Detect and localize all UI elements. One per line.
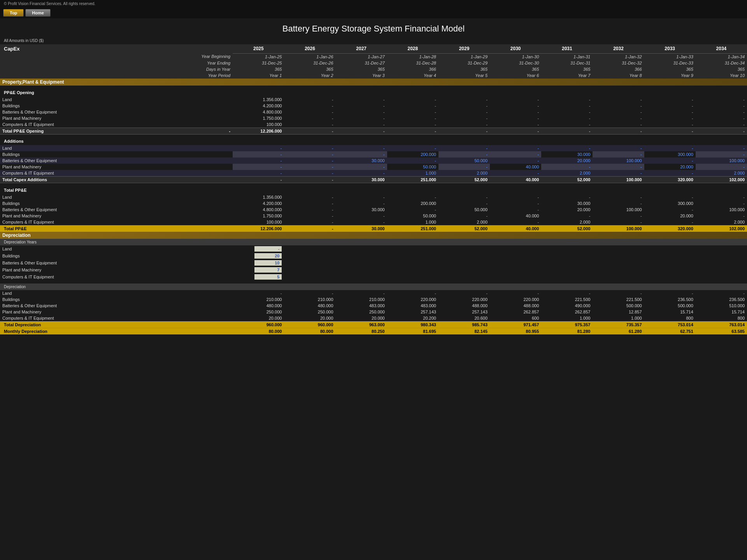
page-title: Battery Energy Storage System Financial …	[0, 18, 747, 38]
table-row: Land 1.356.000 - - - - - - - - -	[0, 96, 747, 103]
table-row: Batteries & Other Equipment - - 30.000 -…	[0, 158, 747, 164]
table-row: Batteries & Other Equipment 4.800.000 - …	[0, 206, 747, 213]
nav-bar: Top Home	[0, 7, 747, 18]
table-row: Computers & IT Equipment 100.000 - - 1.0…	[0, 219, 747, 226]
top-button[interactable]: Top	[3, 9, 24, 17]
depreciation-years-header-row: Depreciation Years	[0, 239, 747, 245]
table-row: Plant and Machinery 1.750.000 - - 50.000…	[0, 213, 747, 219]
year-2033: 2033	[644, 44, 696, 53]
table-row: Computers & IT Equipment 5	[0, 273, 747, 280]
table-row: Computers & IT Equipment 100.000 - - - -…	[0, 121, 747, 128]
days-in-year-label: Days in Year	[184, 66, 233, 72]
home-button[interactable]: Home	[25, 9, 51, 17]
table-row: Land - - - - - - - - - -	[0, 145, 747, 151]
total-depreciation-label: Total Depreciation	[0, 321, 184, 328]
table-row: Land -	[0, 245, 747, 252]
ppe-section-header-row: Property,Plant & Equipment	[0, 79, 747, 86]
total-ppe-title: Total PP&E	[0, 186, 747, 194]
table-row: Buildings - - - 200.000 - - 30.000 - 300…	[0, 151, 747, 158]
year-2030: 2030	[490, 44, 541, 53]
table-row: Batteries & Other Equipment 480.000 480.…	[0, 303, 747, 309]
year-ending-label: Year Ending	[184, 60, 233, 66]
monthly-depreciation-row: Monthly Depreciation 80.000 80.000 80.25…	[0, 328, 747, 334]
year-2027: 2027	[336, 44, 387, 53]
table-row: Plant and Machinery 7	[0, 266, 747, 273]
total-ppe-opening-row: Total PP&E Opening - 12.206.000 - - - - …	[0, 128, 747, 134]
table-row: Buildings 4.200.000 - - - - - - - - -	[0, 103, 747, 109]
main-table: CapEx 2025 2026 2027 2028 2029 2030 2031…	[0, 44, 747, 334]
capex-label: CapEx	[0, 44, 184, 53]
depreciation-section-header: Depreciation	[0, 232, 747, 239]
depreciation-subsection-label: Depreciation	[0, 284, 747, 290]
ppe-opening-title: PP&E Opening	[0, 89, 747, 96]
table-row: Computers & IT Equipment 20.000 20.000 2…	[0, 315, 747, 322]
yb-2025: 1-Jan-25	[233, 53, 284, 60]
table-row: Batteries & Other Equipment 10	[0, 259, 747, 266]
year-2034: 2034	[696, 44, 747, 53]
total-depreciation-row: Total Depreciation 960.000 960.000 963.0…	[0, 321, 747, 328]
table-row: Computers & IT Equipment - - - 1.000 2.0…	[0, 170, 747, 177]
table-row: Plant and Machinery 250.000 250.000 250.…	[0, 309, 747, 315]
table-row: Land - - - - - - - - - -	[0, 290, 747, 296]
additions-title: Additions	[0, 137, 747, 145]
year-2025: 2025	[233, 44, 284, 53]
total-ppe-label: Total PP&E	[0, 225, 184, 232]
depreciation-years-label: Depreciation Years	[0, 239, 747, 245]
monthly-depreciation-label: Monthly Depreciation	[0, 328, 184, 334]
year-period-label: Year Period	[184, 72, 233, 79]
depreciation-section-header-row: Depreciation	[0, 232, 747, 239]
table-row: Plant and Machinery 1.750.000 - - - - - …	[0, 115, 747, 121]
year-2029: 2029	[438, 44, 490, 53]
copyright-bar: © Profit Vision Financial Services. All …	[0, 0, 747, 7]
total-ppe-row: Total PP&E 12.206.000 - 30.000 251.000 5…	[0, 225, 747, 232]
copyright-text: © Profit Vision Financial Services. All …	[4, 2, 95, 6]
table-row: Batteries & Other Equipment 4.800.000 - …	[0, 109, 747, 115]
total-capex-additions-row: Total Capex Additions - - 30.000 251.000…	[0, 177, 747, 183]
year-2028: 2028	[387, 44, 438, 53]
table-row: Buildings 210.000 210.000 210.000 220.00…	[0, 296, 747, 303]
ppe-opening-land-label: Land	[0, 96, 184, 103]
total-ppe-opening-label: Total PP&E Opening	[0, 128, 184, 134]
ppe-section-header: Property,Plant & Equipment	[0, 79, 747, 86]
depreciation-sub-header-row: Depreciation	[0, 284, 747, 290]
year-beginning-label: Year Beginning	[184, 53, 233, 60]
table-row: Buildings 4.200.000 - - 200.000 - - 30.0…	[0, 200, 747, 206]
year-2032: 2032	[593, 44, 644, 53]
table-row: Buildings 20	[0, 252, 747, 259]
table-row: Land 1.356.000 - - - - - - - - -	[0, 194, 747, 200]
currency-note: All Amounts in USD ($)	[0, 38, 747, 44]
year-2026: 2026	[284, 44, 335, 53]
year-2031: 2031	[541, 44, 593, 53]
table-row: Plant and Machinery - - - 50.000 - 40.00…	[0, 164, 747, 170]
